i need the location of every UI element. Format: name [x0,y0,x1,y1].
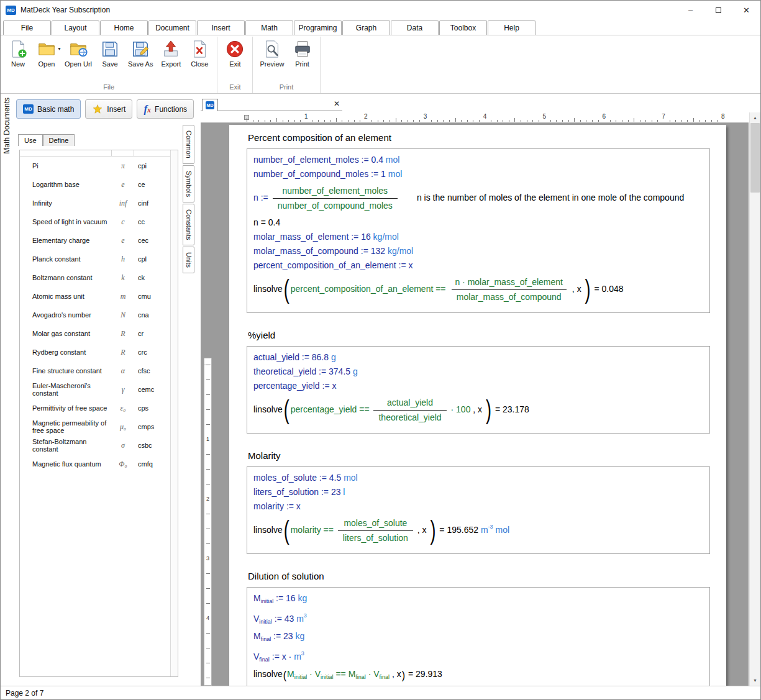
ribbon-tab-toolbox[interactable]: Toolbox [439,20,487,35]
constant-code: cna [134,311,170,319]
ruler-tick [378,120,378,122]
math-region[interactable]: Minitial := 16 kgVinitial := 43 m3Mfinal… [247,587,710,686]
vertical-scrollbar-thumb[interactable] [750,123,760,193]
math-line: theoretical_yield := 374.5 g [253,365,703,378]
ruler-tick [360,120,360,122]
ruler-tick [206,454,210,455]
ruler-tick [497,120,498,122]
math-token: linsolve [253,525,283,535]
ribbon-tab-math[interactable]: Math [245,20,293,35]
ruler-tick [657,120,658,122]
constant-row-cps[interactable]: Permittivity of free spaceε₀cps [20,399,170,417]
math-token: percentage_yield == [291,404,372,414]
ribbon-tab-data[interactable]: Data [391,20,439,35]
side-tab-symbols[interactable]: Symbols [183,165,194,202]
constant-symbol: γ [112,385,134,394]
constant-row-ck[interactable]: Boltzmann constantkck [20,268,170,287]
constant-row-csbc[interactable]: Stefan-Boltzmann constantσcsbc [20,436,170,455]
save-as-button[interactable]: Save As [124,39,157,69]
ruler-tick [413,120,414,122]
maximize-button[interactable] [704,1,732,19]
math-line: Mfinal := 23 kg [253,630,703,646]
close-button[interactable]: Close [185,39,214,69]
constant-row-cinf[interactable]: Infinityinfcinf [20,194,170,212]
ruler-tick [598,120,599,122]
math-token: == M [334,669,356,679]
panel-side-tabs: CommonSymbolsConstantsUnits [183,125,194,273]
math-line: molar_mass_of_compound := 132 kg/mol [253,245,703,258]
close-button[interactable]: ✕ [732,1,760,19]
ruler-tick [693,118,694,122]
ribbon-tab-document[interactable]: Document [148,20,196,35]
ruler-tick [270,120,271,122]
document-tab-strip: MD ✕ [201,99,342,111]
paren: ( [284,400,289,421]
new-button[interactable]: New [4,39,32,69]
ruler-tick [401,120,402,122]
fraction: actual_yieldtheoretical_yield [373,396,446,424]
exit-button[interactable]: Exit [221,39,249,69]
side-tab-constants[interactable]: Constants [183,204,194,246]
scroll-up-arrow-icon[interactable]: ▲ [750,112,760,123]
constant-row-crc[interactable]: Rydberg constantRcrc [20,343,170,361]
constant-row-cmu[interactable]: Atomic mass unitmcmu [20,287,170,306]
constant-name: Rydberg constant [20,348,112,356]
ribbon-tab-graph[interactable]: Graph [342,20,390,35]
vertical-scrollbar[interactable]: ▲ ▼ [749,112,760,686]
minimize-button[interactable]: – [677,1,704,19]
constant-row-cmps[interactable]: Magnetic permeability of free spaceμ₀cmp… [20,417,170,436]
constant-row-cc[interactable]: Speed of light in vacuumccc [20,212,170,231]
open-url-button[interactable]: Open Url [61,39,96,69]
math-region[interactable]: number_of_element_moles := 0.4 molnumber… [247,148,710,313]
dock-tab-math-documents[interactable]: Math Documents [2,98,11,154]
constant-row-cmfq[interactable]: Magnetic flux quantumΦ₀cmfq [20,455,170,473]
save-button[interactable]: Save [96,39,124,69]
print-icon [293,40,312,58]
side-tab-units[interactable]: Units [183,247,194,273]
constant-row-cr[interactable]: Molar gas constantRcr [20,324,170,343]
document-page[interactable]: Percent composition of an elementnumber_… [229,125,726,686]
tab-use[interactable]: Use [18,134,43,146]
open-button[interactable]: ▼Open [32,39,61,69]
ruler-tick [467,120,468,122]
constant-row-cec[interactable]: Elementary chargeecec [20,231,170,250]
scroll-down-arrow-icon[interactable]: ▼ [750,675,760,686]
ruler-tick [628,120,629,122]
ribbon-tab-home[interactable]: Home [100,20,148,35]
math-token: 3 [304,612,307,619]
functions-button[interactable]: fxFunctions [137,99,194,119]
math-token: kg/mol [371,232,399,242]
constant-name: Planck constant [20,255,112,263]
ruler-tick [550,120,551,122]
ribbon-tab-programing[interactable]: Programing [294,20,342,35]
constant-row-cemc[interactable]: Euler-Mascheroni's constantγcemc [20,380,170,399]
tab-define[interactable]: Define [43,134,75,146]
math-region[interactable]: actual_yield := 86.8 gtheoretical_yield … [247,346,710,434]
constant-row-ce[interactable]: Logarithm baseece [20,175,170,194]
constants-scrollbar[interactable] [170,150,178,676]
math-token: = 29.913 [406,669,442,679]
ruler-tick [283,120,283,122]
document-close-icon[interactable]: ✕ [334,99,340,108]
constant-row-cna[interactable]: Avogadro's numberNcna [20,306,170,324]
export-button[interactable]: Export [157,39,185,69]
ribbon-tab-layout[interactable]: Layout [52,20,99,35]
ruler-tick [265,120,265,122]
side-tab-common[interactable]: Common [183,125,194,164]
constant-row-cfsc[interactable]: Fine structure constantαcfsc [20,361,170,380]
basic-math-button[interactable]: MDBasic math [16,99,81,119]
preview-button[interactable]: Preview [256,39,288,69]
ribbon-tab-help[interactable]: Help [488,20,535,35]
ribbon-tab-file[interactable]: File [3,20,51,35]
ruler-tick [622,120,622,122]
math-region[interactable]: moles_of_solute := 4.5 molliters_of_solu… [247,466,710,554]
document-tab[interactable]: MD [202,99,218,111]
math-token: final [261,636,271,642]
constant-row-cpi[interactable]: Piπcpi [20,157,170,175]
insert-button[interactable]: Insert [85,99,132,119]
print-button[interactable]: Print [288,39,317,69]
ribbon-tab-insert[interactable]: Insert [197,20,245,35]
fraction: number_of_element_molesnumber_of_compoun… [273,184,398,212]
constant-row-cpl[interactable]: Planck constanthcpl [20,250,170,268]
app-logo-icon: MD [6,6,16,15]
